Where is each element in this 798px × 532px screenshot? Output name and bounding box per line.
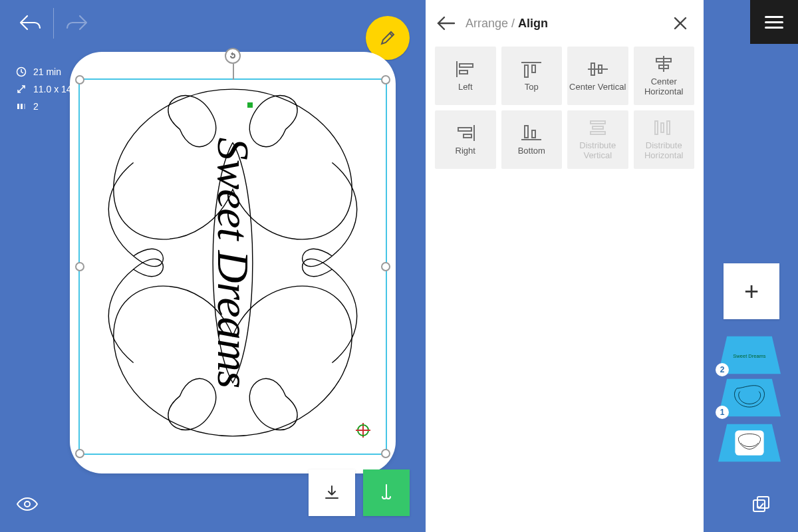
align-options-grid: Left Top Center Vertical Center Horizont…: [426, 47, 704, 169]
resize-handle-tr[interactable]: [381, 75, 390, 84]
svg-rect-28: [667, 121, 670, 134]
selection-outline[interactable]: [78, 78, 387, 455]
svg-rect-6: [460, 64, 473, 67]
svg-rect-26: [655, 121, 658, 134]
align-right[interactable]: Right: [435, 110, 496, 169]
mat-thumb[interactable]: [718, 423, 781, 463]
layer-thumb-2[interactable]: Sweet Dreams 2: [718, 335, 781, 375]
undo-icon[interactable]: [19, 13, 41, 33]
align-top[interactable]: Top: [501, 47, 563, 105]
add-layer-button[interactable]: +: [724, 263, 779, 319]
cut-tool-icon: [378, 482, 395, 503]
hamburger-icon: [765, 21, 783, 23]
svg-rect-25: [591, 132, 605, 134]
svg-rect-2: [21, 104, 23, 109]
svg-rect-22: [532, 130, 535, 138]
svg-rect-24: [593, 126, 603, 129]
download-icon: [323, 483, 341, 502]
download-button[interactable]: [309, 469, 355, 516]
resize-handle-tl[interactable]: [75, 75, 84, 84]
layer-badge: 1: [716, 406, 729, 419]
align-center-horizontal[interactable]: Center Horizontal: [634, 47, 695, 105]
resize-handle-bl[interactable]: [75, 449, 84, 458]
make-it-button[interactable]: [363, 469, 410, 516]
layer-thumb-1[interactable]: 1: [718, 378, 781, 418]
svg-rect-35: [757, 497, 769, 508]
svg-rect-1: [17, 104, 19, 109]
redo-icon[interactable]: [66, 13, 88, 33]
distribute-horizontal: Distribute Horizontal: [634, 110, 695, 169]
align-panel: Arrange / Align Left Top Center Vertical…: [426, 0, 704, 532]
resize-handle-mr[interactable]: [381, 262, 390, 271]
close-button[interactable]: [673, 16, 688, 31]
svg-rect-18: [458, 128, 471, 131]
resize-handle-ml[interactable]: [75, 262, 84, 271]
history-divider: [53, 8, 54, 39]
time-value: 21 min: [33, 66, 61, 77]
pencil-icon: [378, 29, 397, 47]
dimensions-icon: [16, 84, 27, 94]
align-center-vertical[interactable]: Center Vertical: [567, 47, 628, 105]
distribute-vertical: Distribute Vertical: [567, 110, 628, 169]
panel-header: Arrange / Align: [426, 0, 704, 47]
artboard[interactable]: Sweet Dreams: [70, 52, 396, 473]
design-canvas-area: 21 min 11.0 x 14.0 in 2: [0, 0, 426, 532]
svg-rect-10: [532, 65, 535, 72]
svg-rect-27: [661, 123, 664, 132]
breadcrumb-leaf: Align: [518, 17, 548, 30]
back-button[interactable]: [436, 15, 456, 31]
rotate-handle[interactable]: [225, 48, 241, 64]
layer-badge: 2: [716, 363, 729, 376]
resize-handle-br[interactable]: [381, 449, 390, 458]
history-controls: [19, 8, 88, 39]
mats-icon: [16, 101, 27, 112]
svg-rect-19: [464, 134, 471, 138]
select-all-button[interactable]: [751, 495, 771, 515]
svg-rect-9: [525, 65, 528, 77]
visibility-toggle[interactable]: [16, 496, 39, 512]
align-left[interactable]: Left: [435, 47, 496, 105]
align-bottom[interactable]: Bottom: [501, 110, 563, 169]
svg-rect-7: [460, 70, 467, 74]
svg-rect-21: [525, 126, 528, 138]
svg-point-4: [25, 501, 30, 507]
right-rail: + Sweet Dreams 2 1: [704, 0, 798, 532]
svg-rect-3: [24, 104, 25, 109]
svg-rect-23: [591, 121, 605, 124]
breadcrumb-root: Arrange: [466, 17, 508, 30]
mats-value: 2: [33, 101, 39, 112]
panel-breadcrumb: Arrange / Align: [466, 17, 548, 31]
svg-text:Sweet Dreams: Sweet Dreams: [733, 353, 766, 359]
clock-icon: [16, 66, 27, 77]
svg-rect-34: [753, 500, 765, 511]
main-menu-button[interactable]: [750, 0, 798, 44]
